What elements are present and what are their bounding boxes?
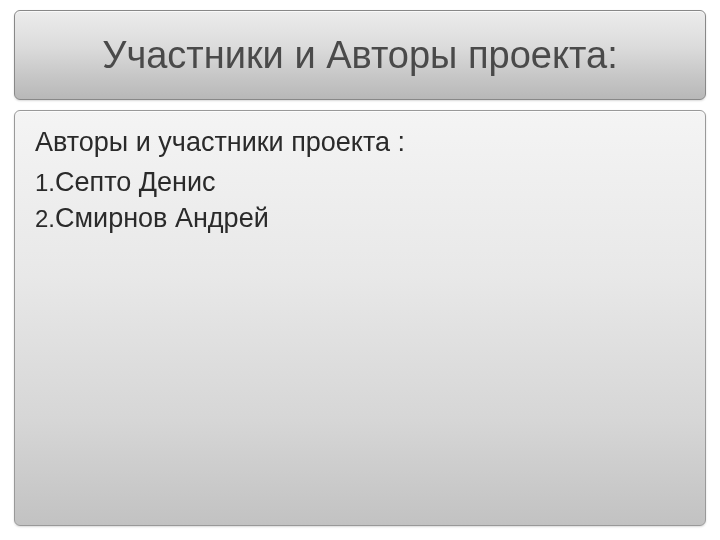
- list-number: 1.: [35, 169, 55, 196]
- list-name: Смирнов Андрей: [55, 203, 269, 233]
- slide-title: Участники и Авторы проекта:: [102, 34, 617, 77]
- list-name: Септо Денис: [55, 167, 216, 197]
- title-box: Участники и Авторы проекта:: [14, 10, 706, 100]
- list-item: 1.Септо Денис: [35, 164, 685, 200]
- list-item: 2.Смирнов Андрей: [35, 200, 685, 236]
- body-box: Авторы и участники проекта : 1.Септо Ден…: [14, 110, 706, 526]
- subtitle: Авторы и участники проекта :: [35, 127, 685, 158]
- list-number: 2.: [35, 205, 55, 232]
